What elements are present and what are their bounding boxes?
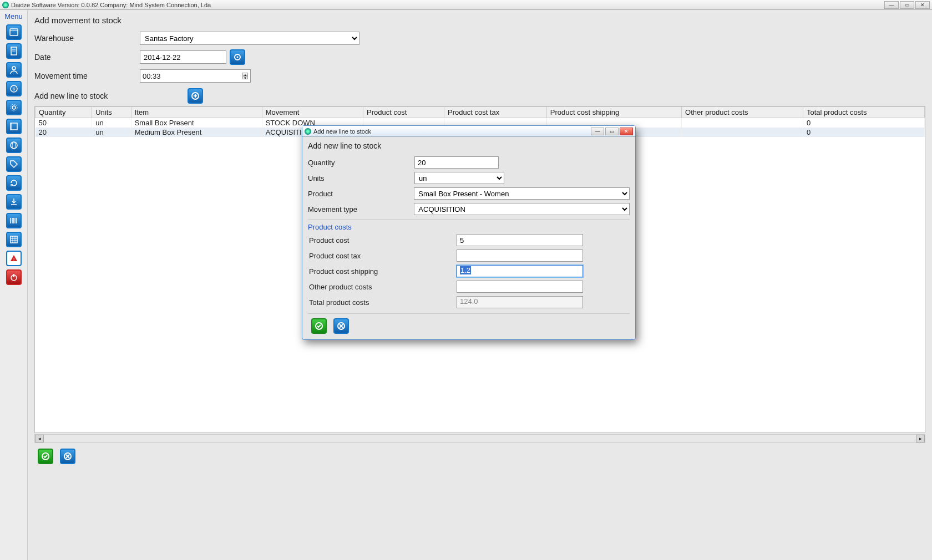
units-select[interactable]: un [414, 172, 504, 184]
sidebar-address[interactable] [6, 119, 22, 134]
product-select[interactable]: Small Box Present - Women [414, 187, 630, 200]
col-movement[interactable]: Movement [262, 107, 363, 118]
window-titlebar: Daidze Software Version: 0.0.82 Company:… [0, 0, 932, 10]
dialog-cancel-button[interactable] [333, 318, 349, 334]
svg-rect-13 [11, 236, 17, 243]
download-icon [9, 197, 18, 206]
sidebar: Menu $ ! [0, 10, 28, 560]
pother-input[interactable] [457, 281, 583, 293]
table-header-row: Quantity Units Item Movement Product cos… [36, 107, 925, 118]
minimize-button[interactable]: — [884, 1, 899, 9]
warehouse-label: Warehouse [34, 34, 140, 43]
pship-label: Product cost shipping [308, 267, 457, 276]
app-icon [2, 2, 9, 8]
time-down[interactable]: ▼ [242, 76, 248, 79]
pother-label: Other product costs [308, 283, 457, 291]
check-icon [41, 452, 50, 461]
pship-input[interactable]: 1.2 [457, 265, 583, 277]
qty-label: Quantity [308, 159, 414, 167]
sidebar-refresh[interactable] [6, 175, 22, 191]
cancel-icon [337, 322, 346, 330]
sidebar-barcode[interactable] [6, 213, 22, 228]
dialog-maximize[interactable]: ▭ [605, 128, 619, 135]
time-value: 00:33 [143, 72, 161, 80]
scroll-right[interactable]: ▸ [916, 435, 925, 442]
add-line-dialog: Add new line to stock — ▭ ✕ Add new line… [302, 125, 636, 340]
date-input[interactable] [140, 50, 226, 64]
col-item[interactable]: Item [131, 107, 262, 118]
sidebar-settings[interactable] [6, 100, 22, 115]
menu-label: Menu [4, 12, 23, 21]
time-input[interactable]: 00:33 ▲▼ [140, 69, 251, 83]
globe-icon [9, 141, 18, 150]
units-label: Units [308, 174, 414, 182]
sidebar-money[interactable]: $ [6, 81, 22, 96]
costs-section-label: Product costs [308, 219, 630, 231]
close-window-button[interactable]: ✕ [915, 1, 930, 9]
calendar-icon [9, 28, 18, 37]
dialog-confirm-button[interactable] [311, 318, 327, 334]
window-title: Daidze Software Version: 0.0.82 Company:… [11, 2, 884, 8]
horizontal-scrollbar[interactable]: ◂▸ [34, 434, 925, 443]
check-icon [315, 322, 323, 330]
sidebar-users[interactable] [6, 62, 22, 78]
dialog-heading: Add new line to stock [308, 141, 630, 150]
svg-point-9 [11, 104, 17, 111]
refresh-icon [9, 179, 18, 187]
sidebar-calendar[interactable] [6, 24, 22, 40]
page-title: Add movement to stock [34, 16, 925, 25]
address-icon [9, 122, 18, 131]
sidebar-grid[interactable] [6, 232, 22, 247]
svg-rect-0 [10, 29, 18, 35]
col-product-cost[interactable]: Product cost [363, 107, 444, 118]
sidebar-power[interactable] [6, 269, 22, 285]
sidebar-download[interactable] [6, 194, 22, 210]
col-quantity[interactable]: Quantity [36, 107, 92, 118]
plus-icon [191, 91, 200, 100]
scroll-left[interactable]: ◂ [35, 435, 44, 442]
col-units[interactable]: Units [92, 107, 131, 118]
svg-point-8 [12, 106, 16, 109]
addline-label: Add new line to stock [34, 91, 184, 100]
users-icon [9, 65, 18, 74]
col-other-costs[interactable]: Other product costs [682, 107, 803, 118]
sidebar-document[interactable] [6, 43, 22, 59]
confirm-button[interactable] [38, 449, 53, 464]
date-picker-button[interactable] [230, 49, 245, 65]
svg-point-18 [237, 57, 239, 58]
svg-point-5 [12, 67, 16, 70]
sidebar-tag[interactable] [6, 156, 22, 172]
qty-input[interactable] [414, 156, 499, 169]
ptotal-display: 124.0 [457, 296, 583, 308]
calendar-picker-icon [233, 53, 242, 62]
power-icon [9, 273, 18, 282]
money-icon: $ [9, 84, 18, 93]
pcost-input[interactable] [457, 234, 583, 246]
movetype-label: Movement type [308, 205, 414, 213]
main-panel: Add movement to stock Warehouse Santas F… [28, 10, 932, 560]
pcost-label: Product cost [308, 236, 457, 245]
dialog-titlebar[interactable]: Add new line to stock — ▭ ✕ [302, 126, 635, 137]
cancel-button[interactable] [60, 449, 75, 464]
ptax-input[interactable] [457, 250, 583, 262]
col-total-costs[interactable]: Total product costs [803, 107, 925, 118]
dialog-close[interactable]: ✕ [620, 128, 633, 135]
time-label: Movement time [34, 72, 140, 80]
dialog-minimize[interactable]: — [591, 128, 604, 135]
date-label: Date [34, 53, 140, 62]
product-label: Product [308, 190, 414, 198]
svg-text:!: ! [13, 257, 14, 262]
grid-icon [9, 235, 18, 244]
tag-icon [9, 160, 18, 169]
col-product-cost-tax[interactable]: Product cost tax [444, 107, 546, 118]
cancel-icon [63, 452, 72, 461]
sidebar-warning[interactable]: ! [6, 251, 22, 266]
col-product-cost-shipping[interactable]: Product cost shipping [546, 107, 681, 118]
svg-text:$: $ [12, 86, 15, 91]
warehouse-select[interactable]: Santas Factory [140, 32, 359, 45]
add-line-button[interactable] [188, 88, 203, 104]
sidebar-globe[interactable] [6, 138, 22, 153]
movetype-select[interactable]: ACQUISITION [414, 203, 630, 215]
maximize-button[interactable]: ▭ [900, 1, 914, 9]
settings-icon [9, 103, 18, 112]
